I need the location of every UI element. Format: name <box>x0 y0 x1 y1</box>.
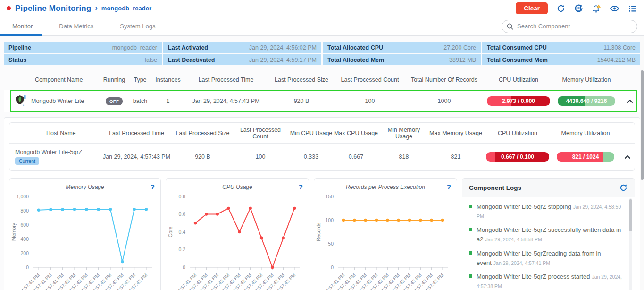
host-table-header-row: Host NameLast Processed TimeLast Process… <box>9 123 635 144</box>
running-status-badge: OFF <box>106 97 123 105</box>
summary-label: Last Activated <box>168 44 208 51</box>
logs-scrollbar-thumb[interactable] <box>629 199 632 231</box>
log-message: Mongodb Writer Lite-5qrZ successfully wr… <box>477 225 624 244</box>
summary-label: Total Allocated CPU <box>327 44 383 51</box>
component-table-header-2: Type <box>128 77 152 83</box>
chevron-right-icon: › <box>95 4 98 12</box>
host-table-header-9: Memory Utilization <box>553 130 618 136</box>
list-menu-icon[interactable] <box>627 3 637 13</box>
summary-label: Pipeline <box>8 44 31 51</box>
svg-text:800: 800 <box>20 208 29 213</box>
logs-title: Component Logs <box>469 184 521 191</box>
svg-text:400: 400 <box>20 236 29 242</box>
component-table-header-row: Component NameRunningTypeInstancesLast P… <box>4 70 640 90</box>
page-title: Pipeline Monitoring <box>15 4 92 13</box>
summary-value: mongodb_reader <box>112 44 157 51</box>
refresh-icon[interactable] <box>556 3 566 13</box>
component-table-header-0: Component Name <box>4 77 100 83</box>
svg-text:600: 600 <box>20 222 29 228</box>
summary-value: 38912 MB <box>449 57 476 63</box>
summary-cell-total-allocated-mem: Total Allocated Mem 38912 MB <box>323 54 481 65</box>
tab-system-logs[interactable]: System Logs <box>113 23 162 30</box>
tab-data-metrics[interactable]: Data Metrics <box>52 23 100 30</box>
host-last-processed-count: 100 <box>232 154 289 160</box>
component-name: Mongodb Writer Lite <box>31 98 84 104</box>
eye-icon[interactable] <box>610 3 619 13</box>
summary-value: 11.308 Core <box>603 44 636 51</box>
host-table-header-3: Last Processed Count <box>232 127 289 140</box>
logs-list: Mongodb Writer Lite-5qrZ stoppingJan 29,… <box>462 197 635 290</box>
component-table-header-9: Memory Utilization <box>554 77 619 83</box>
log-bullet-icon <box>469 205 472 208</box>
history-log-icon[interactable] <box>574 3 584 13</box>
page-scrollbar-thumb[interactable] <box>641 70 644 180</box>
host-min-cpu: 0.333 <box>289 154 334 160</box>
component-table-header-3: Instances <box>152 77 184 83</box>
tab-bar: Monitor Data Metrics System Logs <box>0 17 644 36</box>
component-table: Component NameRunningTypeInstancesLast P… <box>0 70 644 112</box>
summary-label: Total Consumed CPU <box>487 44 547 51</box>
log-item-0: Mongodb Writer Lite-5qrZ stoppingJan 29,… <box>469 202 624 221</box>
host-table-header-8: CPU Utilization <box>482 130 553 136</box>
host-table-header-0: Host Name <box>15 130 100 136</box>
component-type: batch <box>128 98 152 104</box>
host-max-mem: 821 <box>429 154 482 160</box>
summary-value: 27.200 Core <box>443 44 476 51</box>
log-bullet-icon <box>469 251 472 255</box>
log-item-2: Mongodb Writer Lite-5qrZreading data fro… <box>469 249 624 268</box>
summary-cell-total-allocated-cpu: Total Allocated CPU 27.200 Core <box>323 42 481 53</box>
chart-canvas: 050100150Records4:57:41 PM4:57:41 PM4:57… <box>314 191 457 290</box>
host-table-header-7: Max Memory Usage <box>429 130 482 136</box>
host-cpu-utilization-badge: 0.667 / 0.100 <box>486 152 549 162</box>
host-row[interactable]: Mongodb Writer Lite-5qrZ Current Jan 29,… <box>9 144 635 170</box>
help-icon[interactable]: ? <box>295 183 303 191</box>
svg-text:200: 200 <box>20 250 29 256</box>
mongodb-component-icon <box>15 94 27 109</box>
clear-button[interactable]: Clear <box>516 2 548 14</box>
component-table-header-1: Running <box>100 77 128 83</box>
host-collapse-chevron-up-icon[interactable] <box>623 153 632 161</box>
tab-monitor[interactable]: Monitor <box>6 23 39 30</box>
summary-cell-total-consumed-mem: Total Consumed Mem 15404.212 MB <box>482 54 640 65</box>
current-badge: Current <box>15 157 39 165</box>
memory-utilization-badge: 4439.640 / 9216 <box>558 96 615 106</box>
host-table: Host NameLast Processed TimeLast Process… <box>9 122 635 171</box>
help-icon[interactable]: ? <box>443 183 451 191</box>
search-icon <box>506 23 514 32</box>
component-table-header-7: Total Number Of Records <box>405 77 483 83</box>
component-table-header-4: Last Processed Time <box>184 77 268 83</box>
memory-usage-chart: 02004006008001,000Memory4:57:41 PM4:57:4… <box>9 191 160 290</box>
log-item-1: Mongodb Writer Lite-5qrZ successfully wr… <box>469 225 624 244</box>
collapse-chevron-up-icon[interactable] <box>626 97 634 105</box>
svg-text:0.8: 0.8 <box>178 194 185 199</box>
memory-usage-chart-card: Memory Usage ? 02004006008001,000Memory4… <box>9 178 161 290</box>
svg-text:0.4: 0.4 <box>178 229 185 235</box>
component-logs-panel: Component Logs Mongodb Writer Lite-5qrZ … <box>462 178 635 290</box>
help-icon[interactable]: ? <box>147 183 155 191</box>
log-timestamp: Jan 29, 2024, 4:58:58 PM <box>485 237 542 242</box>
search-input[interactable] <box>502 20 637 33</box>
logs-refresh-icon[interactable] <box>619 183 628 192</box>
component-row-selected[interactable]: Mongodb Writer Lite OFF batch 1 Jan 29, … <box>4 90 640 112</box>
host-name: Mongodb Writer Lite-5qrZ <box>15 149 100 155</box>
top-bar: Pipeline Monitoring › mongodb_reader Cle… <box>0 0 644 17</box>
host-table-header-6: Min Memory Usage <box>378 127 429 140</box>
records-chart-card: Records per Process Execution ? 05010015… <box>314 178 457 290</box>
chart-title-memory: Memory Usage <box>15 184 147 190</box>
host-memory-utilization-badge: 821 / 1024 <box>557 152 614 162</box>
status-dot-icon <box>7 6 11 10</box>
records-chart: 050100150Records4:57:41 PM4:57:41 PM4:57… <box>314 191 457 290</box>
summary-value: Jan 29, 2024, 4:59:17 PM <box>249 57 317 63</box>
log-timestamp: Jan 29, 2024, 4:58:59 PM <box>477 204 621 219</box>
svg-text:0.2: 0.2 <box>178 247 185 252</box>
summary-cell-last-deactivated: Last Deactivated Jan 29, 2024, 4:59:17 P… <box>163 54 321 65</box>
summary-value: 15404.212 MB <box>597 57 636 63</box>
notifications-bell-icon[interactable] <box>592 3 602 13</box>
svg-text:150: 150 <box>325 194 334 199</box>
component-table-header-5: Last Processed Size <box>268 77 335 83</box>
svg-text:50: 50 <box>328 241 334 247</box>
component-last-processed-count: 100 <box>335 98 405 104</box>
svg-text:Core: Core <box>167 226 173 237</box>
svg-text:1,000: 1,000 <box>17 194 29 199</box>
summary-value: Jan 29, 2024, 4:56:02 PM <box>249 44 317 51</box>
